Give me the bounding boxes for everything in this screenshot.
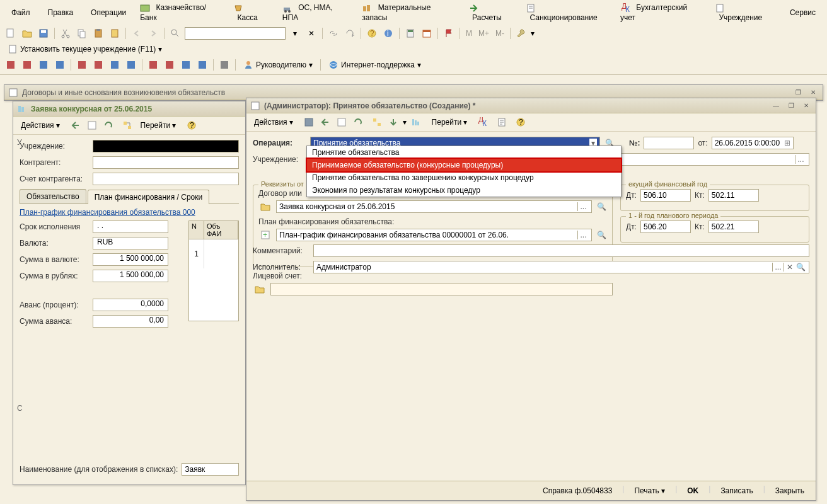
menu-service[interactable]: Сервис — [782, 7, 823, 18]
menu-institution[interactable]: Учреждение — [711, 2, 780, 23]
svg-rect-30 — [7, 61, 14, 69]
icon-10[interactable] — [163, 58, 176, 72]
memory-mminus[interactable]: M- — [494, 29, 506, 38]
menu-sanctioning[interactable]: Санкционирование — [522, 2, 614, 23]
icon-4[interactable] — [53, 58, 67, 72]
icon-13[interactable] — [217, 58, 231, 72]
link-icon[interactable] — [327, 26, 340, 40]
svg-text:i: i — [387, 29, 389, 38]
menu-file[interactable]: Файл — [4, 7, 38, 18]
svg-point-44 — [330, 61, 337, 69]
svg-rect-5 — [367, 5, 370, 11]
memory-m[interactable]: M — [464, 29, 474, 38]
svg-rect-38 — [149, 61, 157, 69]
menu-operations[interactable]: Операции — [83, 7, 134, 18]
svg-rect-10 — [7, 29, 13, 37]
svg-point-14 — [67, 35, 69, 38]
new-doc-icon[interactable] — [4, 26, 18, 40]
svg-rect-39 — [166, 61, 173, 69]
icon-9[interactable] — [146, 58, 160, 72]
main-menu: Файл Правка Операции Казначейство/Банк К… — [0, 0, 827, 25]
refresh-icon[interactable] — [343, 26, 357, 40]
clipboard-icon[interactable] — [108, 26, 122, 40]
icon-3[interactable] — [37, 58, 50, 72]
find-icon[interactable] — [168, 26, 182, 40]
menu-materials[interactable]: Материальные запасы — [358, 2, 462, 23]
icon-8[interactable] — [124, 58, 138, 72]
svg-rect-12 — [41, 30, 46, 33]
cut-icon[interactable] — [59, 26, 72, 40]
icon-2[interactable] — [20, 58, 34, 72]
menu-edit[interactable]: Правка — [40, 7, 81, 18]
svg-rect-35 — [95, 61, 102, 69]
menu-cash[interactable]: Касса — [229, 2, 275, 23]
svg-rect-28 — [423, 30, 431, 32]
svg-rect-29 — [9, 45, 16, 53]
paste-icon[interactable] — [91, 26, 105, 40]
copy-icon[interactable] — [75, 26, 89, 40]
icon-12[interactable] — [195, 58, 209, 72]
help-icon[interactable]: ? — [365, 26, 379, 40]
svg-rect-34 — [78, 61, 86, 69]
icon-11[interactable] — [179, 58, 193, 72]
svg-rect-0 — [141, 5, 149, 11]
calc-icon[interactable] — [403, 26, 417, 40]
menu-settlements[interactable]: Расчеты — [465, 2, 519, 23]
svg-rect-16 — [80, 32, 85, 38]
menu-os[interactable]: ОС, НМА, НПА — [279, 2, 356, 23]
icon-7[interactable] — [108, 58, 122, 72]
menu-accounting[interactable]: ДК Бухгалтерский учет — [616, 2, 708, 23]
svg-rect-31 — [23, 61, 31, 69]
svg-text:?: ? — [370, 29, 374, 38]
menu-treasury[interactable]: Казначейство/Банк — [136, 2, 227, 23]
calendar-icon[interactable] — [420, 26, 434, 40]
wrench-dropdown[interactable]: ▾ — [531, 29, 535, 38]
svg-rect-9 — [717, 4, 723, 12]
search-dropdown-icon[interactable]: ▾ — [288, 26, 302, 40]
svg-rect-37 — [127, 61, 135, 69]
icon-5[interactable] — [75, 58, 89, 72]
toolbar-main: ▾ ✕ ? i M M+ M- ▾ — [0, 25, 827, 42]
svg-rect-33 — [56, 61, 64, 69]
svg-point-43 — [246, 61, 250, 65]
svg-point-20 — [171, 30, 176, 35]
svg-rect-18 — [96, 29, 100, 31]
clear-icon[interactable]: ✕ — [304, 26, 318, 40]
save-icon[interactable] — [37, 26, 50, 40]
toolbar-institution: Установить текущее учреждение (F11) ▾ — [0, 42, 827, 57]
svg-rect-42 — [221, 61, 228, 69]
memory-mplus[interactable]: M+ — [477, 29, 491, 38]
icon-6[interactable] — [91, 58, 105, 72]
open-icon[interactable] — [20, 26, 34, 40]
search-input[interactable] — [185, 27, 286, 40]
wrench-icon[interactable] — [514, 26, 528, 40]
support-button[interactable]: Интернет-поддержка ▾ — [325, 59, 425, 71]
undo-icon[interactable] — [130, 26, 144, 40]
svg-rect-19 — [112, 30, 118, 37]
svg-rect-41 — [199, 61, 206, 69]
icon-1[interactable] — [4, 58, 18, 72]
toolbar-extra: Руководителю ▾ Интернет-поддержка ▾ — [0, 57, 827, 75]
set-institution-button[interactable]: Установить текущее учреждение (F11) ▾ — [4, 43, 166, 55]
svg-rect-4 — [363, 6, 366, 11]
svg-rect-36 — [111, 61, 119, 69]
flag-icon[interactable] — [442, 26, 456, 40]
svg-rect-40 — [182, 61, 190, 69]
svg-rect-32 — [40, 61, 47, 69]
svg-rect-26 — [408, 30, 413, 32]
redo-icon[interactable] — [146, 26, 160, 40]
info-icon[interactable]: i — [381, 26, 395, 40]
manager-button[interactable]: Руководителю ▾ — [240, 59, 316, 71]
